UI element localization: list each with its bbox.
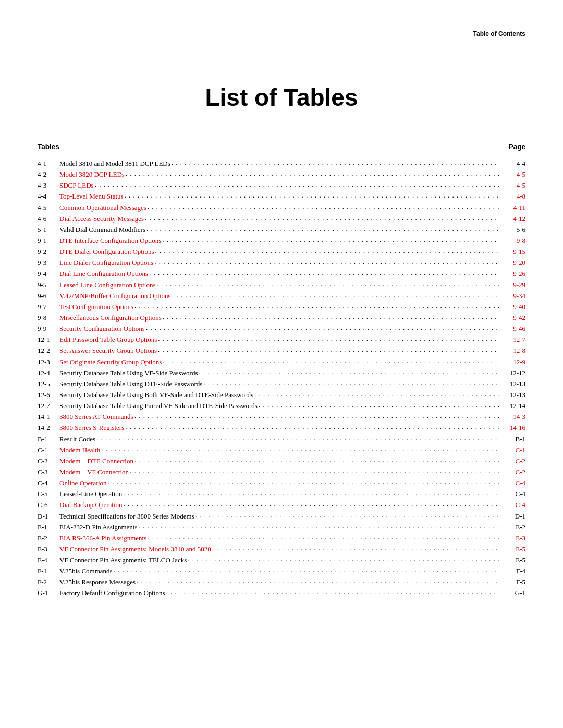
toc-number: 14-1: [38, 412, 59, 422]
toc-dots: [199, 367, 500, 376]
toc-page-number: C-2: [501, 467, 525, 477]
toc-label: Edit Password Table Group Options: [59, 335, 157, 345]
list-item: E-4VF Connector Pin Assignments: TELCO J…: [38, 555, 525, 565]
toc-label: Line Dialer Configuration Options: [59, 257, 153, 268]
toc-dots: [137, 576, 500, 585]
list-item: 4-3SDCP LEDs4-5: [38, 180, 525, 191]
toc-label: Common Operational Messages: [59, 203, 146, 213]
toc-dots: [157, 279, 501, 288]
toc-dots: [134, 411, 500, 419]
toc-label: Modem – VF Connection: [59, 467, 129, 477]
toc-page-number: F-5: [501, 577, 525, 587]
toc-entries: 4-1Model 3810 and Model 3811 DCP LEDs4-4…: [38, 158, 525, 599]
toc-number: 4-3: [38, 180, 59, 191]
list-item: 9-3Line Dialer Configuration Options9-20: [38, 257, 525, 268]
toc-number: C-3: [38, 467, 59, 477]
list-item: 12-6Security Database Table Using Both V…: [38, 390, 525, 400]
toc-label: Model 3810 and Model 3811 DCP LEDs: [59, 158, 170, 169]
toc-label: VF Connector Pin Assignments: Models 381…: [59, 544, 211, 554]
toc-label: Modem Health: [59, 445, 100, 455]
list-item: 4-1Model 3810 and Model 3811 DCP LEDs4-4: [38, 158, 525, 169]
toc-number: C-1: [38, 445, 59, 455]
toc-label: V.25bis Response Messages: [59, 577, 136, 587]
list-item: D-1Technical Specifications for 3800 Ser…: [38, 511, 525, 522]
toc-number: 12-5: [38, 379, 59, 389]
toc-label: Dial Line Configuration Options: [59, 268, 148, 279]
toc-number: 9-3: [38, 257, 59, 268]
toc-page-number: 12-14: [501, 401, 525, 411]
toc-number: F-2: [38, 577, 59, 587]
main-content: List of Tables Tables Page 4-1Model 3810…: [0, 21, 563, 641]
toc-page-number: E-3: [501, 533, 525, 544]
toc-label: DTE Dialer Configuration Options: [59, 246, 154, 257]
list-item: 5-1Valid Dial Command Modifiers5-6: [38, 225, 525, 235]
list-item: F-1V.25bis CommandsF-4: [38, 566, 525, 576]
list-item: 14-13800 Series AT Commands14-3: [38, 412, 525, 422]
toc-number: 12-7: [38, 401, 59, 411]
toc-number: 9-7: [38, 302, 59, 312]
toc-number: C-2: [38, 456, 59, 466]
toc-number: E-2: [38, 533, 59, 544]
toc-page-number: E-5: [501, 544, 525, 554]
toc-label: V.25bis Commands: [59, 566, 113, 576]
toc-number: 9-8: [38, 313, 59, 323]
toc-label: Model 3820 DCP LEDs: [59, 169, 125, 180]
toc-dots: [146, 323, 500, 331]
toc-dots: [123, 488, 500, 497]
list-item: 9-5Leased Line Configuration Options9-29: [38, 280, 525, 290]
toc-number: 14-2: [38, 423, 59, 433]
toc-label: Result Codes: [59, 434, 95, 445]
toc-number: C-4: [38, 478, 59, 488]
toc-page-number: 9-40: [501, 302, 525, 312]
list-item: 9-6V.42/MNP/Buffer Configuration Options…: [38, 291, 525, 301]
toc-page-number: C-4: [501, 500, 525, 510]
list-item: 4-4Top-Level Menu Status4-8: [38, 191, 525, 202]
toc-label: SDCP LEDs: [59, 180, 94, 191]
toc-page-number: G-1: [501, 588, 525, 598]
toc-number: 4-2: [38, 169, 59, 180]
toc-page-number: 4-12: [501, 214, 525, 224]
toc-number: D-1: [38, 511, 59, 522]
list-item: E-2EIA RS-366-A Pin AssignmentsE-3: [38, 533, 525, 544]
list-item: 9-7Test Configuration Options9-40: [38, 302, 525, 312]
toc-dots: [203, 378, 500, 387]
toc-dots: [149, 267, 500, 276]
toc-dots: [172, 157, 500, 166]
toc-label: Top-Level Menu Status: [59, 191, 124, 202]
toc-number: 4-5: [38, 203, 59, 213]
toc-dots: [134, 455, 500, 464]
toc-number: 12-1: [38, 335, 59, 345]
toc-col-tables: Tables: [38, 143, 59, 151]
toc-page-number: 9-20: [501, 257, 525, 268]
toc-number: G-1: [38, 588, 59, 598]
toc-dots: [124, 499, 500, 508]
list-item: 12-4Security Database Table Using VF-Sid…: [38, 368, 525, 378]
toc-number: 9-2: [38, 246, 59, 257]
toc-page-number: 4-11: [501, 203, 525, 213]
list-item: 12-3Set Originate Security Group Options…: [38, 357, 525, 367]
toc-dots: [212, 543, 500, 552]
toc-dots: [146, 224, 500, 232]
toc-dots: [195, 510, 500, 519]
list-item: 9-8Miscellaneous Configuration Options9-…: [38, 313, 525, 323]
toc-label: Miscellaneous Configuration Options: [59, 313, 162, 323]
list-item: 4-5Common Operational Messages4-11: [38, 203, 525, 213]
toc-dots: [145, 213, 500, 221]
list-item: F-2V.25bis Response MessagesF-5: [38, 577, 525, 587]
toc-dots: [163, 312, 500, 320]
toc-page-number: 9-26: [501, 268, 525, 279]
toc-label: Security Database Table Using DTE-Side P…: [59, 379, 202, 389]
toc-page-number: 12-12: [501, 368, 525, 378]
toc-number: C-6: [38, 500, 59, 510]
toc-dots: [96, 433, 500, 442]
toc-label: Online Operation: [59, 478, 107, 488]
toc-col-page: Page: [509, 143, 525, 151]
toc-number: 12-2: [38, 346, 59, 356]
toc-page-number: B-1: [501, 434, 525, 445]
toc-page-number: 5-6: [501, 225, 525, 235]
toc-number: 12-4: [38, 368, 59, 378]
page: Table of Contents List of Tables Tables …: [0, 21, 563, 728]
toc-dots: [101, 444, 500, 453]
list-item: 12-5Security Database Table Using DTE-Si…: [38, 379, 525, 389]
toc-dots: [125, 190, 500, 199]
